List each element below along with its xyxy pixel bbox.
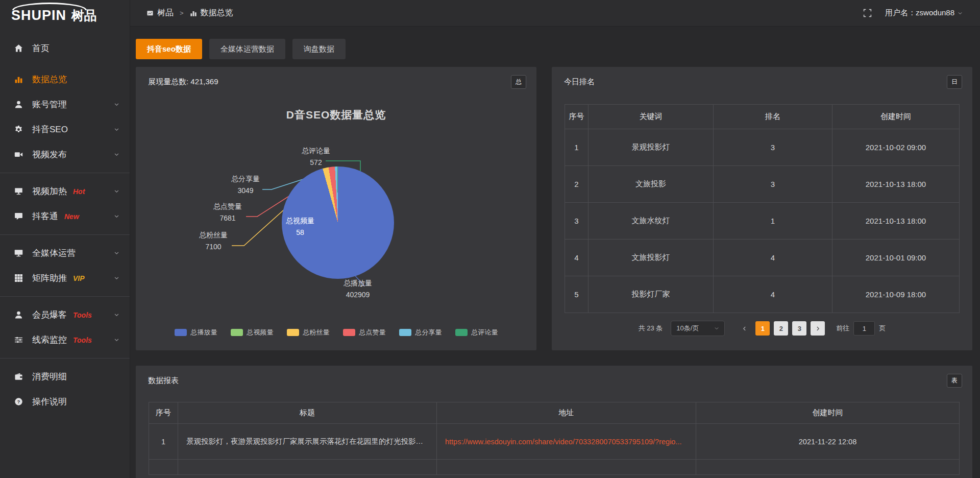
breadcrumb-item-data-overview[interactable]: 数据总览 — [190, 8, 233, 18]
board-icon — [146, 10, 154, 17]
pagination: 共 23 条 10条/页 1 2 3 前往 页 — [552, 321, 972, 336]
user-icon — [14, 100, 24, 109]
table-header-row: 序号 标题 地址 创建时间 — [149, 402, 960, 424]
overview-panel-header: 展现量总数: 421,369 总 — [136, 67, 536, 89]
legend-swatch — [399, 329, 411, 336]
page-button-1[interactable]: 1 — [755, 321, 770, 336]
sidebar-item-member-baoke[interactable]: 会员爆客 Tools — [0, 302, 130, 327]
panel-title: 数据报表 — [148, 376, 179, 386]
chart-legend: 总播放量 总视频量 总粉丝量 — [136, 328, 536, 337]
legend-item[interactable]: 总评论量 — [455, 328, 498, 337]
video-camera-icon — [14, 150, 24, 159]
pagination-total: 共 23 条 — [639, 324, 663, 333]
cell-keyword: 文旅投影灯 — [589, 240, 714, 276]
sidebar-item-label: 全媒体运营 — [32, 247, 76, 259]
report-panel: 数据报表 表 序号 标题 地址 创建时间 1 景观投影灯，夜游景观投影灯厂家展示… — [136, 366, 972, 478]
ranking-panel: 今日排名 日 序号 关键词 排名 创建时间 1 景观投影灯 — [552, 67, 972, 350]
legend-item[interactable]: 总点赞量 — [343, 328, 386, 337]
sidebar-item-label: 操作说明 — [32, 396, 67, 408]
sidebar-item-clue-monitor[interactable]: 线索监控 Tools — [0, 327, 130, 352]
legend-label: 总分享量 — [415, 328, 442, 337]
svg-text:?: ? — [17, 399, 20, 404]
cell-url: https://www.iesdouyin.com/share/video/70… — [437, 424, 696, 460]
chevron-down-icon — [114, 188, 119, 194]
video-link[interactable]: https://www.iesdouyin.com/share/video/70… — [445, 438, 682, 446]
legend-item[interactable]: 总播放量 — [175, 328, 217, 337]
sidebar-item-label: 线索监控 — [32, 334, 67, 346]
tab-douyin-seo-data[interactable]: 抖音seo数据 — [136, 39, 202, 59]
table-header-row: 序号 关键词 排名 创建时间 — [565, 105, 960, 129]
legend-item[interactable]: 总粉丝量 — [287, 328, 330, 337]
chevron-down-icon — [114, 152, 119, 157]
tabs: 抖音seo数据 全媒体运营数据 询盘数据 — [136, 39, 972, 59]
menu-divider — [0, 234, 130, 235]
column-header: 排名 — [714, 105, 832, 129]
sidebar-item-account[interactable]: 账号管理 — [0, 92, 130, 117]
table-row: 4 文旅投影灯 4 2021-10-01 09:00 — [565, 240, 960, 276]
sidebar-item-consumption[interactable]: 消费明细 — [0, 364, 130, 389]
sidebar: SHUPIN 树品 首页 数据总览 账号管理 抖音SEO — [0, 0, 130, 478]
column-header: 创建时间 — [832, 105, 960, 129]
day-badge-button[interactable]: 日 — [947, 75, 962, 89]
logo[interactable]: SHUPIN 树品 — [0, 0, 130, 27]
breadcrumb-item-shupin[interactable]: 树品 — [146, 8, 174, 18]
chevron-down-icon — [714, 326, 719, 331]
prev-page-button[interactable] — [737, 321, 751, 336]
sidebar-item-media-ops[interactable]: 全媒体运营 — [0, 241, 130, 266]
sidebar-item-video-publish[interactable]: 视频发布 — [0, 142, 130, 167]
fullscreen-icon[interactable] — [863, 9, 872, 17]
tab-media-ops-data[interactable]: 全媒体运营数据 — [209, 39, 285, 59]
sidebar-item-label: 会员爆客 — [32, 309, 67, 321]
page-button-3[interactable]: 3 — [792, 321, 806, 336]
panel-title: 展现量总数: 421,369 — [148, 77, 218, 87]
hot-badge: Hot — [73, 187, 85, 196]
bar-chart-icon — [190, 10, 197, 17]
next-page-button[interactable] — [811, 321, 825, 336]
username[interactable]: 用户名：zswodun88 — [885, 8, 954, 18]
page-button-2[interactable]: 2 — [774, 321, 788, 336]
tab-inquiry-data[interactable]: 询盘数据 — [292, 39, 346, 59]
sidebar-item-label: 视频发布 — [32, 149, 67, 160]
table-row: 1 景观投影灯 3 2021-10-02 09:00 — [565, 129, 960, 166]
sidebar-item-douketong[interactable]: 抖客通 New — [0, 204, 130, 229]
table-badge-button[interactable]: 表 — [947, 374, 962, 388]
question-circle-icon: ? — [14, 397, 24, 406]
home-icon — [14, 44, 24, 53]
chevron-right-icon — [815, 326, 821, 331]
legend-label: 总粉丝量 — [303, 328, 330, 337]
table-row: 2 文旅投影 3 2021-10-13 18:00 — [565, 166, 960, 203]
pie-label-plays: 总播放量402909 — [327, 277, 388, 301]
cell-title: 景观投影灯，夜游景观投影灯厂家展示展示落花灯在花园里的灯光投影应用效果 # — [178, 424, 437, 460]
table-row-partial — [149, 460, 960, 475]
legend-item[interactable]: 总视频量 — [231, 328, 274, 337]
sidebar-item-home[interactable]: 首页 — [0, 36, 130, 61]
cell-rank: 3 — [714, 129, 832, 166]
cell-created: 2021-10-13 18:00 — [832, 203, 960, 240]
sidebar-item-matrix-boost[interactable]: 矩阵助推 VIP — [0, 266, 130, 291]
sidebar-item-label: 账号管理 — [32, 99, 67, 110]
page-size-select[interactable]: 10条/页 — [671, 321, 725, 336]
breadcrumb-label: 数据总览 — [201, 8, 233, 18]
bar-chart-icon — [14, 75, 24, 84]
goto-page-input[interactable] — [853, 321, 875, 336]
page-size-value: 10条/页 — [676, 324, 699, 333]
sidebar-item-label: 视频加热 — [32, 185, 67, 197]
display-icon — [14, 187, 24, 196]
total-badge-button[interactable]: 总 — [511, 75, 526, 89]
report-panel-header: 数据报表 表 — [136, 366, 972, 388]
pie-label-fans: 总粉丝量7100 — [183, 229, 244, 253]
new-badge: New — [64, 212, 79, 221]
tools-badge: Tools — [73, 311, 92, 319]
table-row: 5 投影灯厂家 4 2021-10-09 18:00 — [565, 276, 960, 313]
legend-item[interactable]: 总分享量 — [399, 328, 442, 337]
gear-icon — [14, 125, 24, 134]
menu-divider — [0, 173, 130, 173]
sidebar-item-instructions[interactable]: ? 操作说明 — [0, 389, 130, 414]
sidebar-item-data-overview[interactable]: 数据总览 — [0, 67, 130, 92]
sidebar-item-video-heat[interactable]: 视频加热 Hot — [0, 179, 130, 204]
column-header: 创建时间 — [696, 402, 960, 424]
cell-index: 3 — [565, 203, 589, 240]
sidebar-item-douyin-seo[interactable]: 抖音SEO — [0, 117, 130, 142]
chevron-down-icon — [114, 275, 119, 281]
member-icon — [14, 310, 24, 319]
